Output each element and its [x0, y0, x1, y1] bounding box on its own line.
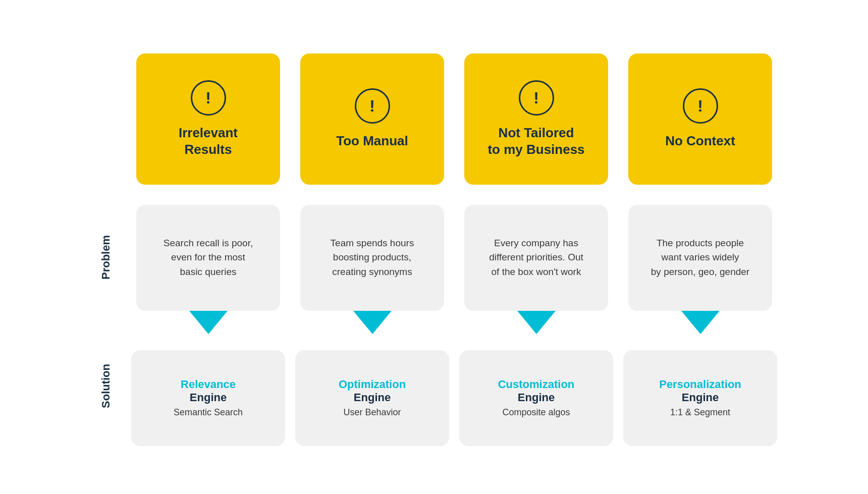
exclamation-icon-3: ! [519, 80, 554, 116]
card-title-3: Not Tailored to my Business [487, 125, 584, 157]
arrow-down-4 [681, 311, 720, 334]
solution-label: Solution [99, 364, 113, 408]
solution-sub-1: Semantic Search [174, 407, 243, 418]
solution-card-4: Personalization Engine 1:1 & Segment [618, 321, 782, 451]
card-title-4: No Context [665, 133, 735, 149]
arrow-down-1 [189, 311, 228, 334]
solution-colored-2: Optimization [339, 378, 406, 391]
solution-card-1: Relevance Engine Semantic Search [126, 321, 290, 451]
solution-card-3: Customization Engine Composite algos [454, 321, 618, 451]
solution-engine-word-4: Engine [682, 391, 719, 404]
solution-sub-2: User Behavior [343, 407, 401, 418]
card-title-1: Irrelevant Results [179, 125, 238, 157]
solution-engine-word-1: Engine [190, 391, 227, 404]
yellow-card-not-tailored: ! Not Tailored to my Business [454, 43, 618, 195]
problem-text-4: The products people want varies widely b… [651, 236, 749, 280]
solution-sub-4: 1:1 & Segment [670, 407, 730, 418]
problem-label: Problem [99, 235, 113, 280]
solution-colored-3: Customization [498, 378, 575, 391]
solution-engine-word-3: Engine [518, 391, 555, 404]
exclamation-icon-2: ! [355, 88, 390, 124]
problem-text-1: Search recall is poor, even for the most… [164, 236, 253, 280]
arrow-down-2 [353, 311, 392, 334]
problem-card-1: Search recall is poor, even for the most… [126, 195, 290, 321]
problem-card-4: The products people want varies widely b… [618, 195, 782, 321]
yellow-card-too-manual: ! Too Manual [290, 43, 454, 195]
arrow-down-3 [517, 311, 556, 334]
problem-text-3: Every company has different priorities. … [489, 236, 583, 280]
page-container: ! Irrelevant Results ! Too Manual [0, 0, 868, 494]
solution-engine-word-2: Engine [354, 391, 391, 404]
solution-colored-1: Relevance [181, 378, 236, 391]
problem-card-2: Team spends hours boosting products, cre… [290, 195, 454, 321]
solution-colored-4: Personalization [659, 378, 741, 391]
problem-text-2: Team spends hours boosting products, cre… [331, 236, 414, 280]
problem-card-3: Every company has different priorities. … [454, 195, 618, 321]
card-title-2: Too Manual [336, 133, 408, 149]
exclamation-icon-1: ! [191, 80, 226, 116]
yellow-card-no-context: ! No Context [618, 43, 782, 195]
exclamation-icon-4: ! [683, 88, 718, 124]
solution-sub-3: Composite algos [502, 407, 570, 418]
solution-card-2: Optimization Engine User Behavior [290, 321, 454, 451]
yellow-card-irrelevant: ! Irrelevant Results [126, 43, 290, 195]
